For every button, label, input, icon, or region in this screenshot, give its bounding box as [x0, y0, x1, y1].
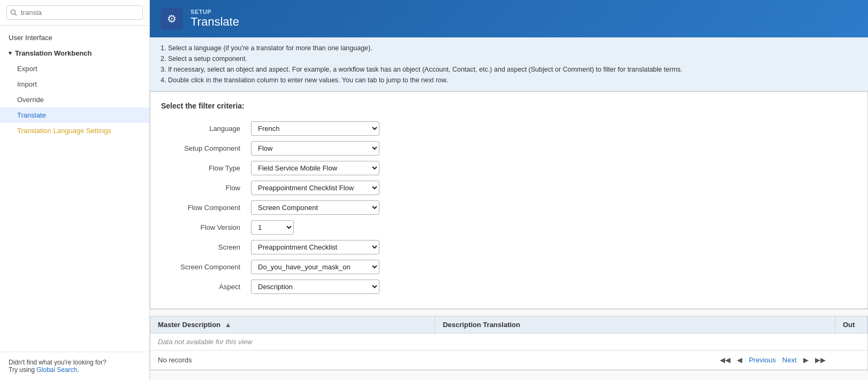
screen-component-select[interactable]: Do_you_have_your_mask_on Other Component — [251, 260, 379, 274]
sidebar-item-override[interactable]: Override — [0, 92, 149, 107]
sidebar-item-label: Export — [17, 65, 37, 73]
page-title: Translate — [191, 15, 239, 29]
gear-icon: ⚙ — [167, 12, 177, 25]
results-section: Master Description ▲ Description Transla… — [150, 316, 868, 370]
sidebar-item-label: Translation Workbench — [15, 49, 92, 57]
flow-select[interactable]: Preappointment Checklist Flow Other Flow — [251, 181, 379, 195]
prev-page-button[interactable]: ◀ — [735, 355, 744, 365]
setup-component-label: Setup Component — [161, 138, 247, 158]
sidebar-footer: Didn't find what you're looking for? Try… — [0, 352, 149, 380]
screen-component-label: Screen Component — [161, 257, 247, 277]
flow-type-label: Flow Type — [161, 158, 247, 178]
next-label-button[interactable]: Next — [780, 355, 799, 365]
content-area: Select the filter criteria: Language Fre… — [150, 91, 868, 380]
sidebar-search-container: transla — [0, 0, 149, 26]
sidebar-item-translation-workbench[interactable]: ▾ Translation Workbench — [0, 45, 149, 61]
sidebar-item-label: Translate — [17, 111, 46, 119]
sidebar-nav: User Interface ▾ Translation Workbench E… — [0, 26, 149, 352]
no-data-message: Data not available for this view — [150, 334, 867, 351]
sidebar-item-translation-language-settings[interactable]: Translation Language Settings — [0, 123, 149, 138]
flow-type-select[interactable]: Field Service Mobile Flow Screen Flow Au… — [251, 161, 379, 175]
aspect-select[interactable]: Description Label Help Text — [251, 280, 379, 294]
setup-label: SETUP — [191, 9, 239, 15]
sidebar-item-label: User Interface — [9, 34, 52, 42]
not-found-text: Didn't find what you're looking for? — [9, 359, 106, 366]
no-records-message: No records — [150, 351, 435, 370]
sidebar-item-translate[interactable]: Translate — [0, 107, 149, 123]
global-search-suffix: . — [77, 366, 79, 374]
header-icon: ⚙ — [161, 7, 183, 30]
instructions-banner: 1. Select a language (if you're a transl… — [150, 37, 868, 91]
setup-component-select[interactable]: Flow Custom Labels Custom Objects — [251, 141, 379, 156]
global-search-prefix: Try using — [9, 366, 36, 374]
sort-arrow-icon: ▲ — [225, 321, 232, 329]
search-input[interactable]: transla — [6, 5, 143, 20]
screen-select[interactable]: Preappointment Checklist Other Screen — [251, 240, 379, 254]
instruction-line-2: 2. Select a setup component. — [161, 53, 857, 64]
section-divider — [150, 309, 868, 309]
flow-label: Flow — [161, 178, 247, 198]
sidebar-item-label: Override — [17, 96, 44, 104]
filter-table: Language French German Spanish Japanese … — [161, 119, 384, 297]
flow-version-select[interactable]: 1 2 3 — [251, 220, 294, 235]
flow-component-select[interactable]: Screen Component Choice Text Template — [251, 200, 379, 215]
language-label: Language — [161, 119, 247, 138]
flow-version-label: Flow Version — [161, 218, 247, 237]
last-page-button[interactable]: ▶▶ — [813, 355, 828, 365]
results-table: Master Description ▲ Description Transla… — [150, 316, 867, 370]
screen-label: Screen — [161, 237, 247, 257]
instruction-line-4: 4. Double click in the translation colum… — [161, 75, 857, 86]
sidebar-item-label: Import — [17, 80, 37, 88]
sidebar-item-label: Translation Language Settings — [17, 127, 111, 135]
sidebar-item-export[interactable]: Export — [0, 61, 149, 76]
first-page-button[interactable]: ◀◀ — [718, 355, 733, 365]
no-data-row: Data not available for this view — [150, 334, 867, 351]
sidebar-item-user-interface[interactable]: User Interface — [0, 30, 149, 45]
flow-component-label: Flow Component — [161, 198, 247, 218]
col-master-description: Master Description ▲ — [150, 316, 435, 334]
main-content: ⚙ SETUP Translate 1. Select a language (… — [150, 0, 868, 380]
instruction-line-3: 3. If necessary, select an object and as… — [161, 64, 857, 75]
instruction-line-1: 1. Select a language (if you're a transl… — [161, 43, 857, 53]
next-page-button[interactable]: ▶ — [801, 355, 811, 365]
previous-label-button[interactable]: Previous — [747, 355, 778, 365]
page-header: ⚙ SETUP Translate — [150, 0, 868, 37]
language-select[interactable]: French German Spanish Japanese Chinese — [251, 121, 379, 136]
sidebar-item-import[interactable]: Import — [0, 76, 149, 92]
aspect-label: Aspect — [161, 277, 247, 297]
sidebar: transla User Interface ▾ Translation Wor… — [0, 0, 150, 380]
no-records-row: No records ◀◀ ◀ Previous Next ▶ ▶▶ — [150, 351, 867, 370]
filter-section: Select the filter criteria: Language Fre… — [150, 91, 868, 309]
header-text: SETUP Translate — [191, 9, 239, 29]
filter-title: Select the filter criteria: — [161, 102, 857, 110]
chevron-down-icon: ▾ — [9, 50, 12, 57]
col-description-translation: Description Translation — [435, 316, 835, 334]
global-search-link[interactable]: Global Search — [36, 366, 77, 374]
col-out: Out — [835, 316, 867, 334]
